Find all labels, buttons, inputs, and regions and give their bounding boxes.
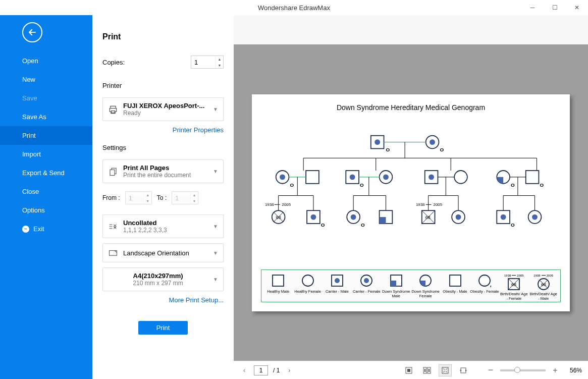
to-label: To : — [157, 194, 167, 201]
printer-section-label: Printer — [102, 82, 224, 89]
printer-dropdown[interactable]: FUJI XEROX ApeosPort-... Ready ▼ — [102, 97, 224, 121]
svg-point-84 — [335, 278, 340, 283]
svg-rect-1 — [110, 170, 115, 175]
collate-dropdown[interactable]: Uncollated 1,1,1 2,2,2 3,3,3 ▼ — [102, 214, 224, 238]
svg-rect-19 — [306, 171, 319, 184]
pages-title: Print All Pages — [123, 164, 208, 172]
svg-text:O: O — [321, 222, 325, 227]
svg-point-86 — [364, 278, 369, 283]
sidebar-item-close[interactable]: Close — [0, 182, 92, 201]
zoom-out-button[interactable]: − — [486, 366, 495, 375]
svg-point-4 — [375, 139, 380, 145]
from-spinner: ▲▼ — [125, 191, 152, 204]
preview-statusbar: ‹ / 1 › − + 56% — [234, 361, 588, 379]
sidebar-item-open[interactable]: Open — [0, 51, 92, 70]
svg-text:O: O — [290, 182, 294, 187]
pages-dropdown[interactable]: Print All Pages Print the entire documen… — [102, 159, 224, 183]
svg-point-60 — [311, 214, 316, 220]
sidebar-item-import[interactable]: Import — [0, 145, 92, 164]
collate-title: Uncollated — [123, 219, 208, 227]
settings-section-label: Settings — [102, 144, 224, 151]
back-button[interactable] — [22, 22, 42, 42]
preview-page: Down Syndrome Hereditary Medical Genogra… — [252, 94, 570, 311]
svg-rect-88 — [391, 281, 396, 286]
copies-up[interactable]: ▲ — [216, 56, 223, 62]
svg-text:O: O — [540, 182, 544, 187]
copies-spinner[interactable]: ▲▼ — [191, 56, 224, 69]
svg-rect-81 — [273, 275, 284, 286]
from-input — [126, 194, 144, 202]
svg-text:1938: 1938 — [416, 202, 425, 207]
sidebar-item-export[interactable]: Export & Send — [0, 164, 92, 182]
svg-point-77 — [501, 214, 506, 220]
prev-page-button[interactable]: ‹ — [240, 366, 249, 375]
zoom-value: 56% — [570, 367, 582, 374]
svg-text:1938: 1938 — [265, 202, 274, 207]
print-settings-panel: Print Copies: ▲▼ Printer FUJI XEROX Apeo… — [92, 15, 234, 379]
svg-text:O: O — [386, 147, 390, 152]
view-width-button[interactable] — [457, 364, 470, 376]
paper-dropdown[interactable]: A4(210x297mm) 210 mm x 297 mm ▼ — [102, 267, 224, 291]
printer-name: FUJI XEROX ApeosPort-... — [123, 102, 208, 110]
pages-sub: Print the entire document — [123, 172, 208, 179]
more-print-setup-link[interactable]: More Print Setup... — [102, 296, 224, 304]
sidebar-item-print[interactable]: Print — [0, 126, 92, 145]
collate-sub: 1,1,1 2,2,2 3,3,3 — [123, 227, 208, 234]
titlebar: Wondershare EdrawMax ─ ☐ ✕ — [0, 0, 588, 15]
legend: Healthy Male Healthy Female Carrier - Ma… — [261, 269, 561, 302]
sidebar-item-save[interactable]: Save — [0, 89, 92, 107]
orientation-dropdown[interactable]: Landscape Orientation ▼ — [102, 243, 224, 262]
svg-rect-109 — [461, 368, 466, 373]
landscape-icon — [108, 248, 118, 258]
zoom-slider[interactable] — [500, 369, 546, 371]
svg-text:68: 68 — [511, 282, 516, 287]
zoom-in-button[interactable]: + — [551, 366, 560, 375]
sidebar-item-new[interactable]: New — [0, 70, 92, 89]
svg-point-7 — [430, 139, 435, 145]
svg-rect-90 — [450, 275, 461, 286]
sidebar-item-options[interactable]: Options — [0, 201, 92, 220]
view-single-button[interactable] — [402, 364, 415, 376]
printer-icon — [108, 104, 118, 115]
to-input — [172, 194, 190, 202]
pages-icon — [108, 167, 118, 177]
sidebar-item-exit[interactable]: − Exit — [0, 220, 92, 238]
next-page-button[interactable]: › — [285, 366, 294, 375]
svg-point-63 — [351, 214, 356, 220]
sidebar: Open New Save Save As Print Import Expor… — [0, 15, 92, 379]
copies-down[interactable]: ▼ — [216, 62, 223, 68]
exit-icon: − — [22, 226, 29, 233]
svg-text:68: 68 — [541, 282, 546, 287]
copies-label: Copies: — [102, 59, 125, 66]
maximize-button[interactable]: ☐ — [544, 0, 566, 15]
sidebar-item-saveas[interactable]: Save As — [0, 107, 92, 126]
print-button[interactable]: Print — [138, 321, 188, 335]
svg-rect-107 — [429, 369, 430, 372]
chevron-down-icon: ▼ — [213, 250, 218, 256]
svg-text:O: O — [511, 222, 515, 227]
page-number-input[interactable] — [254, 365, 268, 375]
svg-point-29 — [454, 171, 467, 184]
page-heading: Print — [102, 32, 224, 41]
from-label: From : — [102, 194, 120, 201]
genogram-tree: O O O O — [261, 122, 561, 269]
chevron-down-icon: ▼ — [213, 169, 218, 174]
svg-point-25 — [383, 174, 389, 180]
preview-area[interactable]: Down Syndrome Hereditary Medical Genogra… — [234, 44, 588, 361]
svg-point-80 — [532, 214, 538, 220]
close-button[interactable]: ✕ — [566, 0, 588, 15]
copies-input[interactable] — [191, 59, 216, 66]
svg-point-92 — [479, 275, 490, 286]
to-spinner: ▲▼ — [172, 191, 198, 204]
orientation-value: Landscape Orientation — [123, 249, 208, 257]
view-multi-button[interactable] — [420, 364, 434, 376]
minimize-button[interactable]: ─ — [521, 0, 544, 15]
svg-text:68: 68 — [276, 215, 281, 220]
svg-text:O: O — [490, 285, 491, 287]
svg-text:O: O — [361, 222, 365, 227]
printer-status: Ready — [123, 110, 208, 117]
svg-rect-66 — [380, 217, 386, 224]
view-fit-button[interactable] — [439, 364, 452, 376]
printer-properties-link[interactable]: Printer Properties — [102, 126, 224, 134]
page-total: / 1 — [273, 367, 280, 374]
